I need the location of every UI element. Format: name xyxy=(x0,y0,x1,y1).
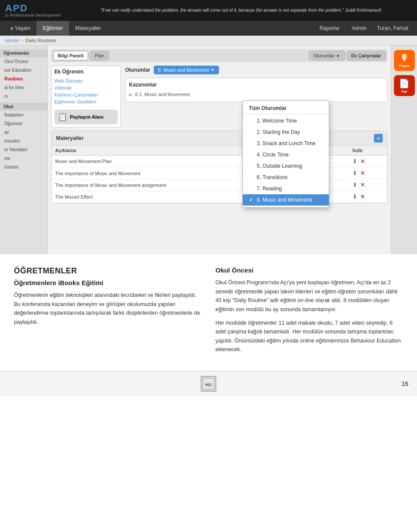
quote-area: "If we can really understand the problem… xyxy=(70,7,412,13)
paylasim-alani-btn[interactable]: 📋 Paylaşım Alanı xyxy=(54,110,118,124)
materyaller-title: Materyaller xyxy=(56,135,83,141)
materyaller-add-btn[interactable]: + xyxy=(374,134,383,143)
footer-page-number: 15 xyxy=(401,380,408,387)
right-body-text-2: Her modülde öğretmenler 11 adet makale o… xyxy=(215,319,403,355)
sidebar-item-education[interactable]: our Education xyxy=(0,66,47,75)
download-icon-3[interactable]: ⬇ xyxy=(352,193,357,200)
left-col: ÖĞRETMENLER Öğretmenlere iBooks Eğitimi … xyxy=(14,266,202,359)
sidebar-item-ari[interactable]: arı xyxy=(0,128,47,137)
table-row[interactable]: The importance of Music and Movement ass… xyxy=(52,179,387,191)
podcast-btn[interactable]: 🎙 Podca xyxy=(394,50,415,71)
tab-bilgi-paneli[interactable]: Bilgi Paneli xyxy=(53,51,88,60)
footer-logo: açı xyxy=(201,376,216,392)
ppt-icon: 📄 xyxy=(399,78,410,89)
delete-icon-0[interactable]: ✕ xyxy=(360,158,365,165)
dropdown-item-4-label: 4. Circle Time xyxy=(257,152,288,158)
dropdown-item-8[interactable]: ✓ 8. Music and Movement xyxy=(243,194,329,206)
dropdown-item-4[interactable]: 4. Circle Time xyxy=(243,149,329,160)
podcast-label: Podca xyxy=(399,64,409,68)
dropdown-item-5[interactable]: 5. Outside Learning xyxy=(243,160,329,172)
sidebar-header-okul: Okul xyxy=(0,103,47,111)
dropdown-item-3-label: 3. Snack and Lunch Time xyxy=(257,140,315,146)
ek-ogrenim-box: Ek Öğrenim Web Dünyası Videolar Katılımc… xyxy=(51,66,121,127)
nav-item-materyaller[interactable]: Materyaller xyxy=(69,21,107,36)
dropdown-item-3[interactable]: 3. Snack and Lunch Time xyxy=(243,138,329,149)
nav-item-egitimler[interactable]: Eğitimler xyxy=(36,21,69,36)
sidebar-item-baslarken[interactable]: Başlarken xyxy=(0,111,47,120)
ek-ogrenim-web[interactable]: Web Dünyası xyxy=(54,77,118,84)
podcast-icon: 🎙 xyxy=(400,53,409,63)
sidebar-item-atmosferi[interactable]: tmosferi xyxy=(0,137,47,146)
dropdown-arrow-icon: ▼ xyxy=(211,68,215,72)
right-body-text-1: Okul Öncesi Programı'nda Açı'ya yeni baş… xyxy=(215,278,403,314)
delete-icon-2[interactable]: ✕ xyxy=(360,181,365,188)
breadcrumb-current: Daily Routines xyxy=(26,38,56,43)
tab-ek-calismalar[interactable]: Ek Çalışmalar xyxy=(347,51,386,60)
download-icon-1[interactable]: ⬇ xyxy=(352,170,357,176)
sidebar-item-routines[interactable]: Routines xyxy=(0,75,47,83)
sidebar-item-me[interactable]: me xyxy=(0,154,47,163)
dropdown-item-7-label: 7. Reading xyxy=(257,186,282,192)
mat-actions-1: ⬇ ✕ xyxy=(349,167,387,179)
ek-ogrenim-videolar[interactable]: Videolar xyxy=(54,84,118,91)
download-icon-2[interactable]: ⬇ xyxy=(352,181,357,188)
kazanimlar-title: Kazanımlar xyxy=(129,82,384,88)
top-header: APD çı Professional Development "If we c… xyxy=(0,0,417,21)
sidebar-section-okul: Okul Başlarken Öğrenme arı tmosferi m Te… xyxy=(0,103,47,172)
sidebar-item-okul-oncesi[interactable]: Okul Öncesi xyxy=(0,57,47,66)
oturumlar-dropdown-btn[interactable]: 8. Music and Movement ▼ xyxy=(154,66,219,74)
dropdown-item-7[interactable]: 7. Reading xyxy=(243,183,329,194)
dropdown-item-6[interactable]: 6. Transitions xyxy=(243,172,329,183)
sidebar-item-teknikleri[interactable]: m Teknikleri xyxy=(0,146,47,154)
logo-sub: çı Professional Development xyxy=(5,13,61,17)
dropdown-item-6-label: 6. Transitions xyxy=(257,174,288,180)
table-row[interactable]: The Mozart Effect Eğitim Notları ⬇ ✕ xyxy=(52,191,387,203)
mat-actions-0: ⬇ ✕ xyxy=(349,156,387,167)
sidebar-item-yonetimi[interactable]: önetimi xyxy=(0,163,47,172)
nav-item-admin[interactable]: Admin xyxy=(346,21,373,36)
nav-item-eyasam[interactable]: e Yaşam xyxy=(4,21,36,36)
table-row[interactable]: The importance of Music and Movement Eği… xyxy=(52,167,387,179)
check-icon-8: ✓ xyxy=(249,197,254,203)
sidebar-item-alnew[interactable]: al for New xyxy=(0,83,47,92)
table-row[interactable]: Music and Movement-Plan Eğitim Notları ⬇… xyxy=(52,156,387,168)
kazanimlar-item-1[interactable]: ▶ 8.1. Music and Movement xyxy=(129,90,384,98)
ek-ogrenim-katilimci[interactable]: Katılımcı Çalışmaları xyxy=(54,91,118,98)
kazanimlar-item-1-label: 8.1. Music and Movement xyxy=(135,92,190,97)
download-icon-0[interactable]: ⬇ xyxy=(352,158,357,165)
ek-ogrenim-egitmen[interactable]: Eğitmenin Seçtikleri xyxy=(54,98,118,105)
logo-apd: APD xyxy=(5,3,61,13)
nav-item-raporlar[interactable]: Raporlar xyxy=(314,21,346,36)
lower-section-inner: ÖĞRETMENLER Öğretmenlere iBooks Eğitimi … xyxy=(14,266,403,359)
dropdown-item-5-label: 5. Outside Learning xyxy=(257,163,302,169)
delete-icon-3[interactable]: ✕ xyxy=(360,193,365,200)
oturumlar-row: Oturumlar 8. Music and Movement ▼ xyxy=(125,66,387,74)
sub-title-okul-oncesi: Okul Öncesi xyxy=(215,266,403,274)
oturumlar-selected: 8. Music and Movement xyxy=(158,67,209,73)
oturumlar-dropdown-menu: Tüm Oturumlar 1. Welcome Time 2. Startin… xyxy=(242,100,329,208)
ppt-btn[interactable]: 📄 Ppt xyxy=(394,75,415,96)
materyaller-box: Materyaller + Açıklama Belge İndir Music… xyxy=(51,131,387,203)
svg-text:açı: açı xyxy=(205,382,212,387)
left-body-text: Öğretmenlerin eğitim teknolojileri alanı… xyxy=(14,291,202,327)
mat-actions-3: ⬇ ✕ xyxy=(349,191,387,203)
dropdown-item-1[interactable]: 1. Welcome Time xyxy=(243,115,329,126)
nav-user: Turan, Ferhat xyxy=(373,25,413,31)
footer: açı 15 xyxy=(0,371,417,396)
materyaller-header: Materyaller + xyxy=(52,131,387,146)
sub-title-ibooks: Öğretmenlere iBooks Eğitimi xyxy=(14,279,202,286)
kazanimlar-box: Kazanımlar ▶ 8.1. Music and Movement xyxy=(125,78,387,102)
materyaller-table: Açıklama Belge İndir Music and Movement-… xyxy=(52,146,387,203)
breadcrumb-home[interactable]: etimler xyxy=(5,38,20,43)
paylasim-label: Paylaşım Alanı xyxy=(70,114,103,120)
tab-oturumlar[interactable]: Oturumlar ▼ xyxy=(309,51,345,60)
tab-plan[interactable]: Plan xyxy=(90,51,109,60)
lower-section: ÖĞRETMENLER Öğretmenlere iBooks Eğitimi … xyxy=(0,254,417,371)
sidebar-item-rs[interactable]: rs xyxy=(0,92,47,101)
logo-area: APD çı Professional Development xyxy=(5,3,61,17)
delete-icon-1[interactable]: ✕ xyxy=(360,170,365,176)
sidebar-item-ogrenme[interactable]: Öğrenme xyxy=(0,120,47,128)
oturumlar-label: Oturumlar xyxy=(125,67,150,73)
breadcrumb-sep: › xyxy=(22,38,23,43)
dropdown-item-2[interactable]: 2. Starting the Day xyxy=(243,126,329,138)
